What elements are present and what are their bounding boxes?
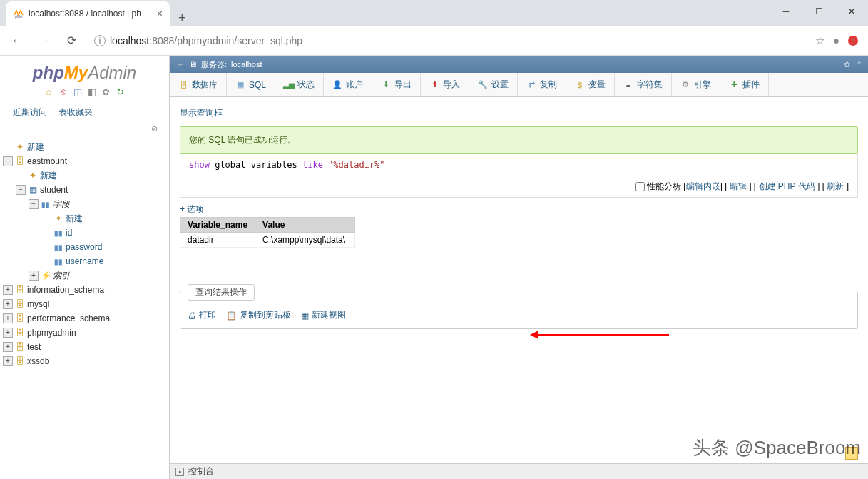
- tree-db-new[interactable]: ✦新建: [3, 168, 166, 183]
- expand-icon[interactable]: +: [3, 342, 13, 352]
- url-bar[interactable]: i localhost:8088/phpmyadmin/server_sql.p…: [87, 30, 811, 51]
- minimize-button[interactable]: ─: [770, 0, 802, 23]
- favorites-tab[interactable]: 表收藏夹: [53, 104, 98, 121]
- tab-import[interactable]: ⬆导入: [421, 73, 469, 96]
- tree-col-password[interactable]: ▮▮password: [3, 240, 166, 254]
- expand-icon[interactable]: +: [3, 285, 13, 295]
- sql-display: show global variables like "%datadir%": [180, 154, 858, 176]
- tab-variables[interactable]: $变量: [566, 73, 615, 96]
- browser-tab[interactable]: pMA localhost:8088 / localhost | ph ×: [6, 1, 170, 26]
- show-query-link[interactable]: 显示查询框: [180, 107, 858, 119]
- logout-icon[interactable]: ⎋: [58, 86, 69, 97]
- edit-link[interactable]: 编辑: [730, 181, 747, 191]
- edit-inline-link[interactable]: 编辑内嵌: [686, 181, 720, 191]
- collapse-icon[interactable]: −: [29, 199, 39, 209]
- print-link[interactable]: 🖨打印: [188, 309, 216, 321]
- tree-db-information-schema[interactable]: +🗄information_schema: [3, 283, 166, 297]
- tree-col-new[interactable]: ✦新建: [3, 211, 166, 226]
- settings-icon: 🔧: [478, 80, 488, 90]
- new-view-link[interactable]: ▦新建视图: [301, 309, 346, 321]
- result-table: Variable_name Value datadir C:\xampp\mys…: [180, 217, 355, 248]
- charsets-icon: ≡: [623, 80, 633, 90]
- expand-icon[interactable]: +: [29, 271, 39, 281]
- tree-tools: ⊘: [0, 124, 169, 137]
- table-row[interactable]: datadir C:\xampp\mysql\data\: [180, 233, 355, 248]
- col-variable-name[interactable]: Variable_name: [180, 218, 255, 233]
- tab-settings[interactable]: 🔧设置: [469, 73, 518, 96]
- create-php-link[interactable]: 创建 PHP 代码: [759, 181, 815, 191]
- maximize-button[interactable]: ☐: [802, 0, 835, 23]
- tree-table-student[interactable]: −▦student: [3, 183, 166, 197]
- expand-icon[interactable]: +: [3, 328, 13, 338]
- logo-toolbar: ⌂ ⎋ ◫ ◧ ✿ ↻: [0, 86, 169, 97]
- console-toggle-icon[interactable]: ▪: [175, 468, 184, 476]
- extension-icon[interactable]: ↑: [848, 36, 858, 46]
- reload-button[interactable]: ⟳: [60, 29, 83, 52]
- logo[interactable]: phpMyAdmin: [0, 63, 169, 83]
- site-info-icon[interactable]: i: [94, 35, 106, 46]
- forward-button[interactable]: →: [33, 29, 56, 52]
- tab-bar: pMA localhost:8088 / localhost | ph × + …: [0, 0, 868, 26]
- expand-icon[interactable]: +: [3, 313, 13, 323]
- collapse-icon[interactable]: ⌃: [856, 60, 862, 69]
- col-value[interactable]: Value: [255, 218, 355, 233]
- tree-db-phpmyadmin[interactable]: +🗄phpmyadmin: [3, 326, 166, 340]
- tab-charsets[interactable]: ≡字符集: [615, 73, 672, 96]
- database-icon: 🗄: [14, 298, 26, 310]
- tab-engines[interactable]: ⚙引擎: [672, 73, 720, 96]
- collapse-icon[interactable]: −: [3, 156, 13, 166]
- perf-analysis-label: 性能分析: [647, 181, 681, 191]
- tree-db-test[interactable]: +🗄test: [3, 340, 166, 354]
- server-bar: ← 🖥 服务器: localhost ✿ ⌃: [170, 56, 868, 73]
- database-icon: 🗄: [14, 356, 26, 367]
- tree-db-performance-schema[interactable]: +🗄performance_schema: [3, 311, 166, 326]
- perf-analysis-checkbox[interactable]: [635, 182, 645, 191]
- tab-databases[interactable]: 🗄数据库: [170, 73, 227, 96]
- plugins-icon: ✚: [729, 80, 739, 90]
- profile-icon[interactable]: ●: [833, 34, 839, 46]
- new-tab-button[interactable]: +: [170, 11, 195, 26]
- collapse-icon[interactable]: −: [16, 185, 26, 195]
- star-icon[interactable]: ☆: [815, 34, 824, 47]
- expand-icon[interactable]: +: [3, 299, 13, 309]
- expand-icon[interactable]: +: [3, 356, 13, 366]
- tree-columns[interactable]: −▮▮字段: [3, 197, 166, 211]
- gear-icon[interactable]: ✿: [844, 60, 850, 69]
- tab-sql[interactable]: ▦SQL: [227, 73, 275, 96]
- columns-icon: ▮▮: [40, 198, 51, 210]
- bookmark-icon[interactable]: [845, 447, 858, 460]
- copy-clipboard-link[interactable]: 📋复制到剪贴板: [226, 309, 291, 321]
- tab-replication[interactable]: ⇄复制: [518, 73, 566, 96]
- home-icon[interactable]: ⌂: [44, 86, 55, 97]
- back-button[interactable]: ←: [6, 29, 29, 52]
- tree-db-eastmount[interactable]: −🗄eastmount: [3, 154, 166, 168]
- tab-status[interactable]: ▂▅状态: [275, 73, 324, 96]
- tree-col-username[interactable]: ▮▮username: [3, 254, 166, 268]
- engines-icon: ⚙: [680, 80, 690, 90]
- tab-accounts[interactable]: 👤账户: [324, 73, 372, 96]
- console-bar[interactable]: ▪ 控制台: [170, 463, 868, 479]
- tab-export[interactable]: ⬇导出: [372, 73, 421, 96]
- tree-index[interactable]: +⚡索引: [3, 268, 166, 283]
- tree-db-xssdb[interactable]: +🗄xssdb: [3, 354, 166, 368]
- close-window-button[interactable]: ✕: [835, 0, 868, 23]
- success-message: 您的 SQL 语句已成功运行。: [180, 126, 858, 154]
- tab-plugins[interactable]: ✚插件: [720, 73, 769, 96]
- refresh-link[interactable]: 刷新: [827, 181, 844, 191]
- close-tab-icon[interactable]: ×: [157, 8, 163, 19]
- sql-icon[interactable]: ◧: [86, 86, 98, 97]
- tree-db-mysql[interactable]: +🗄mysql: [3, 297, 166, 311]
- nav-left-icon[interactable]: ←: [177, 60, 185, 69]
- tree-new-root[interactable]: ✦新建: [3, 140, 166, 154]
- link-icon[interactable]: ⊘: [151, 124, 158, 133]
- tree-col-id[interactable]: ▮▮id: [3, 226, 166, 240]
- options-link[interactable]: + 选项: [180, 203, 858, 216]
- status-icon: ▂▅: [284, 80, 294, 90]
- recent-tab[interactable]: 近期访问: [7, 104, 53, 121]
- server-label: 服务器:: [201, 59, 227, 70]
- settings-icon[interactable]: ✿: [101, 86, 112, 97]
- new-icon: ✦: [53, 213, 64, 224]
- reload-icon[interactable]: ↻: [115, 86, 126, 97]
- column-icon: ▮▮: [53, 256, 64, 267]
- docs-icon[interactable]: ◫: [72, 86, 83, 97]
